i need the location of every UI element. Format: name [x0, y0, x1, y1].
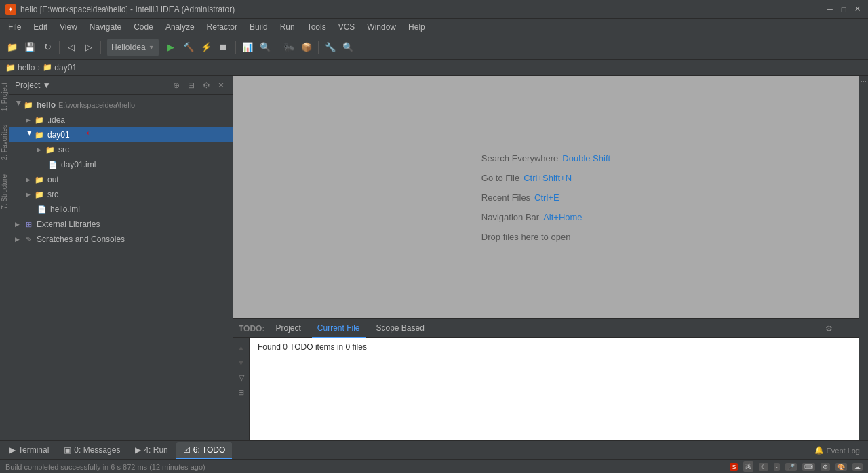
todo-tab-currentfile[interactable]: Current File — [312, 319, 366, 338]
open-button[interactable]: 📁 — [4, 39, 20, 56]
settings-button[interactable]: 🔧 — [322, 39, 338, 56]
close-panel-button[interactable]: ✕ — [215, 79, 227, 91]
menu-analyze[interactable]: Analyze — [160, 21, 200, 33]
menu-code[interactable]: Code — [128, 21, 159, 33]
status-right: S 英 ☾ · 🎤 ⌨ ⚙ 🎨 ☁ — [730, 461, 863, 472]
tree-path-hello: E:\workspaceidea\hello — [58, 101, 135, 109]
ime-mic-button[interactable]: 🎤 — [785, 463, 797, 471]
back-button[interactable]: ◁ — [63, 39, 79, 56]
ime-cloud-button[interactable]: ☁ — [852, 463, 863, 471]
tree-item-scratches[interactable]: ▶ ✎ Scratches and Consoles — [9, 232, 233, 247]
todo-down-button[interactable]: ▼ — [235, 356, 248, 369]
forward-button[interactable]: ▷ — [81, 39, 97, 56]
tree-item-day01iml[interactable]: 📄 day01.iml — [9, 157, 233, 172]
sidebar-tab-project[interactable]: 1: Project — [0, 79, 9, 115]
tree-item-src[interactable]: ▶ 📁 src — [9, 142, 233, 157]
menu-help[interactable]: Help — [403, 21, 431, 33]
menu-build[interactable]: Build — [244, 21, 273, 33]
menu-window[interactable]: Window — [361, 21, 401, 33]
tree-item-out[interactable]: ▶ 📁 out — [9, 172, 233, 187]
status-message: Build completed successfully in 6 s 872 … — [5, 463, 727, 471]
breadcrumb-separator: › — [37, 63, 40, 73]
toolbar: 📁 💾 ↻ ◁ ▷ HelloIdea ▼ ▶ 🔨 ⚡ ⏹ 📊 🔍 🐜 📦 🔧 … — [0, 35, 868, 60]
tree-item-helloiml[interactable]: 📄 hello.iml — [9, 202, 233, 217]
event-log-button[interactable]: 🔔 Event Log — [809, 446, 865, 455]
sync-button[interactable]: ↻ — [39, 39, 56, 56]
menu-refactor[interactable]: Refactor — [201, 21, 243, 33]
profile-button[interactable]: 🔍 — [257, 39, 273, 56]
tree-label-src: src — [58, 145, 69, 155]
run-button[interactable]: ▶ — [163, 39, 179, 56]
ime-kbd-button[interactable]: ⌨ — [802, 463, 815, 471]
messages-label: 0: Messages — [74, 445, 120, 455]
todo-group-button[interactable]: ⊞ — [235, 386, 248, 399]
bottom-tab-run[interactable]: ▶ 4: Run — [128, 442, 174, 459]
run-config-selector[interactable]: HelloIdea ▼ — [107, 39, 159, 56]
expand-arrow-extlibs: ▶ — [15, 221, 23, 228]
menu-run[interactable]: Run — [275, 21, 300, 33]
hint-navbar-shortcut: Alt+Home — [543, 212, 582, 222]
ime-moon-button[interactable]: ☾ — [759, 463, 768, 471]
tree-label-src2: src — [47, 190, 58, 199]
out-folder-icon: 📁 — [34, 174, 45, 185]
close-button[interactable]: ✕ — [852, 4, 863, 15]
right-edge-sidebar: ⋮ — [859, 76, 868, 440]
tree-item-src2[interactable]: ▶ 📁 src — [9, 187, 233, 202]
expand-arrow-day01: ▶ — [26, 131, 33, 139]
messages-icon: ▣ — [64, 445, 71, 455]
menu-edit[interactable]: Edit — [28, 21, 53, 33]
bottom-tab-messages[interactable]: ▣ 0: Messages — [57, 442, 127, 459]
ime-dot-button[interactable]: · — [774, 463, 780, 471]
todo-up-button[interactable]: ▲ — [235, 341, 248, 354]
panel-settings-button[interactable]: ⚙ — [200, 79, 212, 91]
terminal-label: Terminal — [18, 445, 49, 455]
project-panel-header: Project ▼ ⊕ ⊟ ⚙ ✕ — [9, 76, 233, 95]
menu-view[interactable]: View — [54, 21, 83, 33]
bottom-tab-terminal[interactable]: ▶ Terminal — [3, 442, 56, 459]
archive-button[interactable]: 📦 — [298, 39, 315, 56]
todo-settings-button[interactable]: ⚙ — [821, 321, 836, 336]
sidebar-tab-structure[interactable]: 7: Structure — [0, 170, 9, 213]
todo-collapse-button[interactable]: ─ — [838, 321, 853, 336]
menu-file[interactable]: File — [3, 21, 26, 33]
search-everywhere-button[interactable]: 🔍 — [340, 39, 356, 56]
ime-settings2-button[interactable]: ⚙ — [821, 463, 830, 471]
add-content-root-button[interactable]: ⊕ — [170, 79, 182, 91]
stop-button[interactable]: ⏹ — [216, 39, 232, 56]
build-button[interactable]: 🔨 — [180, 39, 197, 56]
rebuild-button[interactable]: ⚡ — [198, 39, 214, 56]
minimize-button[interactable]: ─ — [825, 4, 835, 15]
menu-vcs[interactable]: VCS — [333, 21, 361, 33]
ime-s-button[interactable]: S — [730, 463, 738, 471]
scratches-icon: ✎ — [23, 234, 34, 245]
ant-button[interactable]: 🐜 — [281, 39, 297, 56]
maximize-button[interactable]: □ — [838, 4, 849, 15]
save-button[interactable]: 💾 — [22, 39, 38, 56]
todo-tab-label: 6: TODO — [193, 445, 226, 455]
tree-item-hello[interactable]: ▶ 📁 hello E:\workspaceidea\hello — [9, 98, 233, 112]
tree-item-day01[interactable]: ▶ 📁 day01 ← — [9, 127, 233, 142]
todo-tab-project[interactable]: Project — [270, 319, 306, 338]
ime-skin-button[interactable]: 🎨 — [835, 463, 847, 471]
tree-item-idea[interactable]: ▶ 📁 .idea — [9, 112, 233, 127]
right-sidebar-tab[interactable]: ⋮ — [860, 76, 868, 87]
breadcrumb-day01-label: day01 — [54, 63, 77, 73]
menu-navigate[interactable]: Navigate — [84, 21, 127, 33]
editor-area[interactable]: Search Everywhere Double Shift Go to Fil… — [233, 76, 859, 318]
breadcrumb-hello[interactable]: 📁 hello — [5, 63, 35, 73]
expand-arrow-hello: ▶ — [16, 101, 22, 109]
left-sidebar-icons: 1: Project 2: Favorites 7: Structure — [0, 76, 9, 440]
todo-tab-scopebased[interactable]: Scope Based — [371, 319, 430, 338]
sidebar-tab-favorites[interactable]: 2: Favorites — [0, 121, 9, 164]
ime-en-button[interactable]: 英 — [743, 461, 753, 472]
bottom-tab-todo[interactable]: ☑ 6: TODO — [176, 442, 233, 459]
tree-item-extlibs[interactable]: ▶ ⊞ External Libraries — [9, 217, 233, 232]
collapse-all-button[interactable]: ⊟ — [185, 79, 197, 91]
breadcrumb-hello-label: hello — [18, 63, 35, 73]
todo-filter-button[interactable]: ▽ — [235, 371, 248, 384]
menu-tools[interactable]: Tools — [302, 21, 332, 33]
helloiml-file-icon: 📄 — [37, 204, 47, 215]
project-panel: Project ▼ ⊕ ⊟ ⚙ ✕ ▶ 📁 hello E:\workspace… — [9, 76, 233, 440]
coverage-button[interactable]: 📊 — [239, 39, 256, 56]
breadcrumb-day01[interactable]: 📁 day01 — [43, 63, 77, 73]
